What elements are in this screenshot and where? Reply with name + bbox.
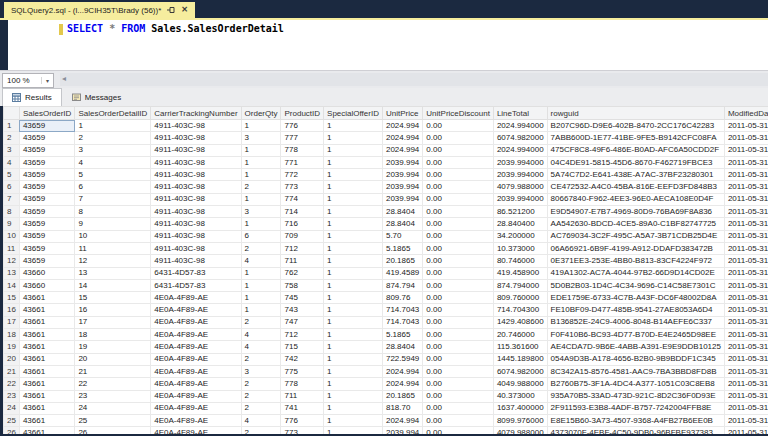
- grid-cell[interactable]: 1: [324, 255, 383, 267]
- grid-cell[interactable]: 43661: [19, 365, 74, 377]
- tab-results[interactable]: Results: [2, 88, 62, 106]
- grid-cell[interactable]: 2011-05-31 00:00:00.000: [724, 279, 768, 291]
- grid-cell[interactable]: 809.760000: [493, 292, 547, 304]
- grid-cell[interactable]: 1: [324, 316, 383, 328]
- grid-cell[interactable]: 2011-05-31 00:00:00.000: [724, 341, 768, 353]
- document-tab[interactable]: SQLQuery2.sql - (l...9CIH35T\Brady (56))…: [4, 2, 195, 18]
- grid-cell[interactable]: 1: [324, 378, 383, 390]
- grid-cell[interactable]: E9D54907-E7B7-4969-80D9-76BA69F8A836: [547, 206, 724, 218]
- grid-cell[interactable]: 4911-403C-98: [151, 255, 241, 267]
- grid-cell[interactable]: 2011-05-31 00:00:00.000: [724, 144, 768, 156]
- grid-cell[interactable]: 1: [324, 181, 383, 193]
- grid-cell[interactable]: 6074.982000: [493, 365, 547, 377]
- grid-cell[interactable]: 1: [324, 132, 383, 144]
- grid-cell[interactable]: 0.00: [423, 218, 494, 230]
- grid-cell[interactable]: 13: [75, 267, 151, 279]
- editor-horizontal-scrollbar[interactable]: ◂: [60, 73, 768, 86]
- grid-cell[interactable]: 419.458900: [493, 267, 547, 279]
- row-header[interactable]: 9: [4, 218, 20, 230]
- row-header[interactable]: 24: [4, 402, 20, 414]
- grid-cell[interactable]: 10: [75, 230, 151, 242]
- grid-cell[interactable]: 1: [241, 218, 281, 230]
- column-header-rowguid[interactable]: rowguid: [547, 107, 724, 120]
- grid-cell[interactable]: 0.00: [423, 206, 494, 218]
- grid-cell[interactable]: 14: [75, 279, 151, 291]
- grid-cell[interactable]: 1: [324, 427, 383, 434]
- grid-cell[interactable]: 777: [281, 132, 324, 144]
- grid-cell[interactable]: 4E0A-4F89-AE: [151, 353, 241, 365]
- select-all-corner[interactable]: [4, 107, 20, 120]
- grid-cell[interactable]: 2024.994: [382, 365, 422, 377]
- grid-cell[interactable]: 2039.994: [382, 427, 422, 434]
- grid-cell[interactable]: 4E0A-4F89-AE: [151, 402, 241, 414]
- grid-cell[interactable]: 1: [324, 353, 383, 365]
- grid-cell[interactable]: 43659: [19, 181, 74, 193]
- row-header[interactable]: 17: [4, 316, 20, 328]
- grid-cell[interactable]: 714: [281, 206, 324, 218]
- grid-cell[interactable]: 40.373000: [493, 390, 547, 402]
- grid-cell[interactable]: 1: [324, 230, 383, 242]
- grid-cell[interactable]: 11: [75, 242, 151, 254]
- grid-cell[interactable]: 0.00: [423, 144, 494, 156]
- grid-cell[interactable]: AE4CDA7D-9B6E-4ABB-A391-E9E9DDB10125: [547, 341, 724, 353]
- grid-cell[interactable]: 80667840-F962-4EE3-96E0-AECA108E0D4F: [547, 193, 724, 205]
- grid-cell[interactable]: 4911-403C-98: [151, 169, 241, 181]
- grid-cell[interactable]: 4911-403C-98: [151, 218, 241, 230]
- grid-cell[interactable]: 1: [324, 329, 383, 341]
- row-header[interactable]: 25: [4, 415, 20, 427]
- grid-cell[interactable]: 775: [281, 365, 324, 377]
- column-header-SpecialOfferID[interactable]: SpecialOfferID: [324, 107, 383, 120]
- grid-cell[interactable]: 1: [324, 304, 383, 316]
- grid-cell[interactable]: 4911-403C-98: [151, 230, 241, 242]
- grid-cell[interactable]: 0.00: [423, 292, 494, 304]
- grid-cell[interactable]: 714.7043: [382, 316, 422, 328]
- grid-cell[interactable]: 1: [324, 156, 383, 168]
- grid-cell[interactable]: 2011-05-31 00:00:00.000: [724, 218, 768, 230]
- grid-cell[interactable]: 874.794000: [493, 279, 547, 291]
- grid-cell[interactable]: 43659: [19, 193, 74, 205]
- grid-cell[interactable]: 2011-05-31 00:00:00.000: [724, 132, 768, 144]
- grid-cell[interactable]: 5A74C7D2-E641-438E-A7AC-37BF23280301: [547, 169, 724, 181]
- grid-cell[interactable]: 4911-403C-98: [151, 206, 241, 218]
- grid-cell[interactable]: 2024.994000: [493, 120, 547, 132]
- grid-cell[interactable]: 43661: [19, 341, 74, 353]
- grid-cell[interactable]: 1: [324, 120, 383, 132]
- grid-cell[interactable]: 2: [241, 181, 281, 193]
- grid-cell[interactable]: 2011-05-31 00:00:00.000: [724, 206, 768, 218]
- grid-cell[interactable]: 2011-05-31 00:00:00.000: [724, 402, 768, 414]
- grid-cell[interactable]: 19: [75, 341, 151, 353]
- grid-cell[interactable]: 2039.994: [382, 181, 422, 193]
- grid-cell[interactable]: 475CF8C8-49F6-486E-B0AD-AFC6A50CDD2F: [547, 144, 724, 156]
- row-header[interactable]: 21: [4, 365, 20, 377]
- selected-cell[interactable]: 43659: [19, 120, 74, 132]
- grid-cell[interactable]: 772: [281, 169, 324, 181]
- grid-cell[interactable]: 0.00: [423, 181, 494, 193]
- grid-cell[interactable]: 0.00: [423, 341, 494, 353]
- grid-cell[interactable]: 1: [324, 218, 383, 230]
- grid-cell[interactable]: F0F410B6-BC93-4D77-B70D-E4E2465D98EE: [547, 329, 724, 341]
- grid-cell[interactable]: 22: [75, 378, 151, 390]
- grid-cell[interactable]: AC769034-3C2F-495C-A5A7-3B71CDB25D4E: [547, 230, 724, 242]
- grid-cell[interactable]: 4079.988000: [493, 427, 547, 434]
- grid-cell[interactable]: 80.746000: [493, 255, 547, 267]
- grid-cell[interactable]: 4E0A-4F89-AE: [151, 427, 241, 434]
- grid-cell[interactable]: 3: [241, 132, 281, 144]
- grid-cell[interactable]: 2011-05-31 00:00:00.000: [724, 329, 768, 341]
- grid-cell[interactable]: 1: [324, 206, 383, 218]
- grid-cell[interactable]: 86.521200: [493, 206, 547, 218]
- grid-cell[interactable]: 1: [324, 144, 383, 156]
- grid-cell[interactable]: 25: [75, 415, 151, 427]
- grid-cell[interactable]: 419.4589: [382, 267, 422, 279]
- grid-cell[interactable]: 1: [241, 292, 281, 304]
- grid-cell[interactable]: B207C96D-D9E6-402B-8470-2CC176C42283: [547, 120, 724, 132]
- grid-cell[interactable]: 6: [241, 230, 281, 242]
- grid-cell[interactable]: 43661: [19, 390, 74, 402]
- sql-editor[interactable]: SELECT * FROM Sales.SalesOrderDetail: [8, 20, 768, 70]
- grid-cell[interactable]: 758: [281, 279, 324, 291]
- grid-cell[interactable]: 2039.994: [382, 169, 422, 181]
- grid-cell[interactable]: 2011-05-31 00:00:00.000: [724, 415, 768, 427]
- row-header[interactable]: 2: [4, 132, 20, 144]
- grid-cell[interactable]: 43659: [19, 218, 74, 230]
- grid-cell[interactable]: 716: [281, 218, 324, 230]
- grid-cell[interactable]: 2: [241, 402, 281, 414]
